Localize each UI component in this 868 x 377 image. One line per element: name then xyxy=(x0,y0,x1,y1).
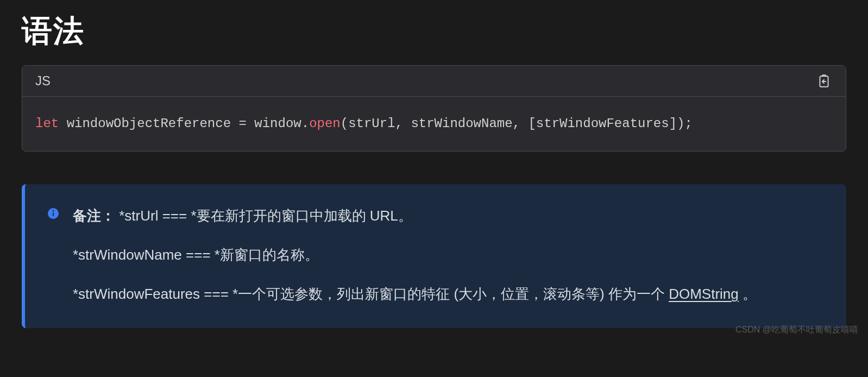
code-token-keyword: let xyxy=(35,116,59,131)
code-token-method: open xyxy=(309,116,341,131)
code-token-space xyxy=(247,116,254,131)
code-content: let windowObjectReference = window.open(… xyxy=(22,97,846,151)
code-token-dot: . xyxy=(301,116,309,131)
domstring-link[interactable]: DOMString xyxy=(669,286,739,302)
code-language-label: JS xyxy=(35,73,51,89)
code-token-space xyxy=(403,116,411,131)
code-token-paren: ) xyxy=(677,116,684,131)
code-block: JS let windowObjectReference = window.op… xyxy=(22,65,846,152)
section-heading: 语法 xyxy=(22,11,846,52)
code-token-identifier: window xyxy=(254,116,301,131)
code-token-arg: strWindowFeatures xyxy=(536,116,669,131)
code-token-comma: , xyxy=(395,116,403,131)
code-token-arg: strUrl xyxy=(348,116,395,131)
code-token-bracket: ] xyxy=(669,116,677,131)
code-token-space xyxy=(59,116,66,131)
code-token-comma: , xyxy=(513,116,520,131)
note-callout: 备注： *strUrl === *要在新打开的窗口中加载的 URL。 *strW… xyxy=(22,184,846,328)
note-line-3-post: 。 xyxy=(743,286,757,302)
code-block-header: JS xyxy=(22,66,846,97)
svg-rect-2 xyxy=(53,212,54,216)
note-line-3: *strWindowFeatures === *一个可选参数，列出新窗口的特征 … xyxy=(73,282,825,306)
watermark: CSDN @吃葡萄不吐葡萄皮嘻嘻 xyxy=(735,324,858,336)
code-token-bracket: [ xyxy=(528,116,536,131)
code-token-arg: strWindowName xyxy=(411,116,512,131)
code-token-space xyxy=(231,116,238,131)
note-line-1-text: *strUrl === *要在新打开的窗口中加载的 URL。 xyxy=(115,208,412,224)
note-line-3-pre: *strWindowFeatures === *一个可选参数，列出新窗口的特征 … xyxy=(73,286,665,302)
code-token-paren: ( xyxy=(341,116,348,131)
note-line-2: *strWindowName === *新窗口的名称。 xyxy=(73,243,825,267)
note-content: 备注： *strUrl === *要在新打开的窗口中加载的 URL。 *strW… xyxy=(73,204,825,306)
info-icon xyxy=(47,207,60,306)
code-token-operator: = xyxy=(238,116,246,131)
code-token-identifier: windowObjectReference xyxy=(67,116,231,131)
svg-point-3 xyxy=(53,210,54,212)
note-label: 备注： xyxy=(73,208,115,224)
code-token-semicolon: ; xyxy=(684,116,692,131)
code-token-space xyxy=(520,116,528,131)
note-line-1: 备注： *strUrl === *要在新打开的窗口中加载的 URL。 xyxy=(73,204,825,228)
copy-button[interactable] xyxy=(815,72,833,90)
clipboard-icon xyxy=(817,74,831,88)
